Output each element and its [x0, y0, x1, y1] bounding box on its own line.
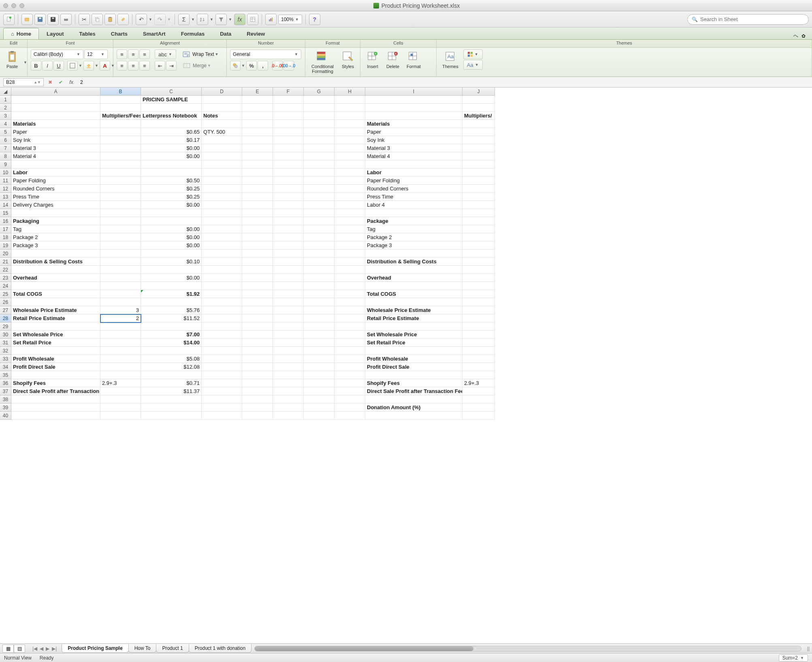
minimize-window-icon[interactable] [11, 3, 16, 8]
cell-I12[interactable]: Rounded Corners [365, 185, 462, 193]
cell-B31[interactable] [100, 339, 141, 347]
cell-A36[interactable]: Shopify Fees [11, 379, 100, 387]
format-cells-button[interactable]: Format [404, 49, 423, 70]
cell-F33[interactable] [273, 355, 304, 363]
row-header-4[interactable]: 4 [0, 120, 11, 128]
cell-D21[interactable] [202, 258, 242, 266]
cell-B12[interactable] [100, 185, 141, 193]
cell-J30[interactable] [462, 331, 495, 339]
cell-E33[interactable] [242, 355, 273, 363]
cell-J4[interactable] [462, 120, 495, 128]
cell-H9[interactable] [335, 160, 365, 169]
cell-G13[interactable] [304, 193, 335, 201]
zoom-selector[interactable]: 100%▼ [278, 15, 302, 24]
cell-C34[interactable]: $12.08 [141, 363, 202, 371]
cell-G34[interactable] [304, 363, 335, 371]
col-header-A[interactable]: A [11, 88, 100, 96]
cell-B30[interactable] [100, 331, 141, 339]
cell-I22[interactable] [365, 266, 462, 274]
cell-G30[interactable] [304, 331, 335, 339]
cell-I29[interactable] [365, 322, 462, 331]
cell-B17[interactable] [100, 225, 141, 233]
row-header-10[interactable]: 10 [0, 169, 11, 177]
sheet-first-icon[interactable]: |◀ [32, 646, 38, 651]
cell-I13[interactable]: Press Time [365, 193, 462, 201]
cell-G3[interactable] [304, 112, 335, 120]
cell-I1[interactable] [365, 96, 462, 104]
cell-B24[interactable] [100, 282, 141, 290]
cell-D32[interactable] [202, 347, 242, 355]
cell-E28[interactable] [242, 314, 273, 322]
cell-H11[interactable] [335, 177, 365, 185]
cell-D23[interactable] [202, 274, 242, 282]
cell-E11[interactable] [242, 177, 273, 185]
normal-view-button[interactable]: ▦ [2, 645, 14, 653]
cell-I10[interactable]: Labor [365, 169, 462, 177]
cell-E22[interactable] [242, 266, 273, 274]
cell-F36[interactable] [273, 379, 304, 387]
format-painter-button[interactable] [117, 14, 129, 25]
cell-C40[interactable] [141, 412, 202, 420]
cell-J23[interactable] [462, 274, 495, 282]
cell-D5[interactable]: QTY. 500 [202, 128, 242, 136]
cell-J34[interactable] [462, 363, 495, 371]
sum-display[interactable]: Sum=2 ▼ [779, 654, 808, 662]
cell-I11[interactable]: Paper Folding [365, 177, 462, 185]
cell-D6[interactable] [202, 136, 242, 144]
cell-F30[interactable] [273, 331, 304, 339]
conditional-formatting-button[interactable]: Conditional Formatting [309, 49, 337, 75]
cell-H4[interactable] [335, 120, 365, 128]
cell-J3[interactable]: Multipliers/ [462, 112, 495, 120]
cell-A9[interactable] [11, 160, 100, 169]
row-header-2[interactable]: 2 [0, 104, 11, 112]
col-header-D[interactable]: D [202, 88, 242, 96]
cell-B22[interactable] [100, 266, 141, 274]
cell-J9[interactable] [462, 160, 495, 169]
row-header-17[interactable]: 17 [0, 225, 11, 233]
cancel-formula-button[interactable]: ✖ [46, 78, 54, 86]
cell-F16[interactable] [273, 217, 304, 225]
cell-C27[interactable]: $5.76 [141, 306, 202, 314]
cell-H31[interactable] [335, 339, 365, 347]
confirm-formula-button[interactable]: ✔ [57, 78, 65, 86]
cell-H34[interactable] [335, 363, 365, 371]
cell-E40[interactable] [242, 412, 273, 420]
row-header-22[interactable]: 22 [0, 266, 11, 274]
fx-toggle-button[interactable]: fx [234, 14, 245, 25]
cell-C23[interactable]: $0.00 [141, 274, 202, 282]
cell-A32[interactable] [11, 347, 100, 355]
cell-H27[interactable] [335, 306, 365, 314]
cell-E39[interactable] [242, 404, 273, 412]
row-header-24[interactable]: 24 [0, 282, 11, 290]
decrease-decimal-button[interactable]: .00→.0 [283, 61, 294, 70]
cell-B37[interactable] [100, 387, 141, 395]
redo-dropdown[interactable]: ▼ [167, 17, 171, 21]
cell-A33[interactable]: Profit Wholesale [11, 355, 100, 363]
cell-D17[interactable] [202, 225, 242, 233]
cell-C11[interactable]: $0.50 [141, 177, 202, 185]
paste-dropdown[interactable]: ▼ [23, 60, 27, 64]
row-header-35[interactable]: 35 [0, 371, 11, 379]
cell-C1[interactable]: PRICING SAMPLE [141, 96, 202, 104]
cell-E23[interactable] [242, 274, 273, 282]
cell-D33[interactable] [202, 355, 242, 363]
cell-A27[interactable]: Wholesale Price Estimate [11, 306, 100, 314]
cell-F4[interactable] [273, 120, 304, 128]
row-header-6[interactable]: 6 [0, 136, 11, 144]
cell-J40[interactable] [462, 412, 495, 420]
cell-I26[interactable] [365, 298, 462, 306]
cell-G19[interactable] [304, 241, 335, 250]
cell-I14[interactable]: Labor 4 [365, 201, 462, 209]
cell-A8[interactable]: Material 4 [11, 152, 100, 160]
cell-C18[interactable]: $0.00 [141, 233, 202, 241]
sort-button[interactable]: AZ [197, 14, 208, 25]
cell-B15[interactable] [100, 209, 141, 217]
cell-A26[interactable] [11, 298, 100, 306]
cell-B20[interactable] [100, 250, 141, 258]
cell-D26[interactable] [202, 298, 242, 306]
cell-G8[interactable] [304, 152, 335, 160]
cell-F17[interactable] [273, 225, 304, 233]
cell-J22[interactable] [462, 266, 495, 274]
cell-B5[interactable] [100, 128, 141, 136]
collapse-ribbon-icon[interactable]: へ [793, 32, 798, 39]
